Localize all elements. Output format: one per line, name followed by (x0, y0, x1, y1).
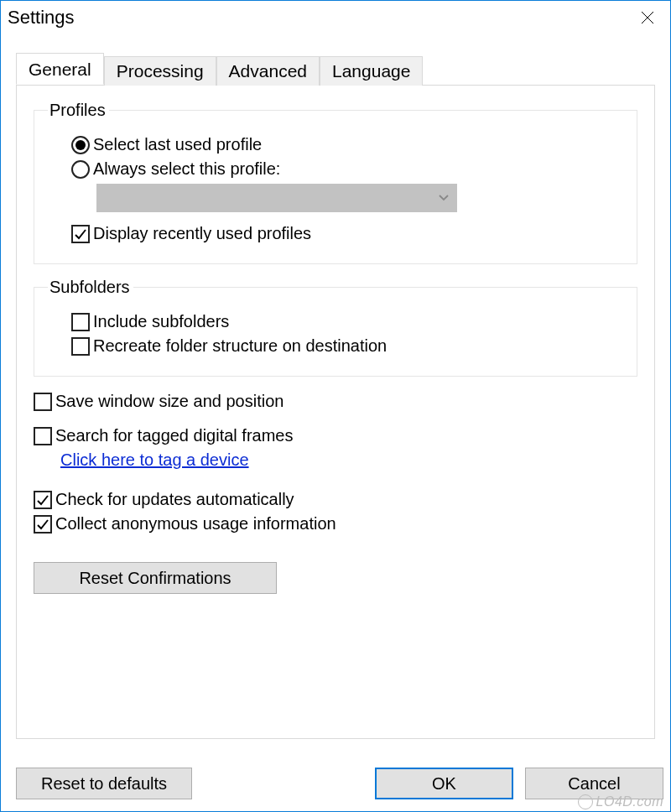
tab-advanced[interactable]: Advanced (216, 56, 320, 86)
dialog-body: General Processing Advanced Language Pro… (1, 34, 670, 739)
check-include-subfolders-label: Include subfolders (93, 312, 229, 331)
check-updates[interactable] (34, 491, 52, 509)
check-include-subfolders[interactable] (71, 313, 90, 331)
check-search-frames[interactable] (34, 427, 52, 445)
check-save-window-label: Save window size and position (55, 392, 283, 411)
close-button[interactable] (625, 1, 670, 34)
check-save-window[interactable] (34, 393, 52, 411)
profile-combo[interactable] (96, 184, 457, 212)
row-search-frames: Search for tagged digital frames (34, 426, 637, 445)
row-radio-always: Always select this profile: (48, 159, 623, 179)
check-recreate-structure[interactable] (71, 337, 90, 356)
cancel-button[interactable]: Cancel (525, 768, 663, 799)
radio-select-last-label: Select last used profile (93, 135, 262, 154)
row-tag-link: Click here to tag a device (34, 450, 637, 470)
tab-processing[interactable]: Processing (104, 56, 216, 86)
dialog-footer: Reset to defaults OK Cancel (1, 756, 670, 811)
row-display-recent: Display recently used profiles (48, 224, 623, 243)
check-display-recent-label: Display recently used profiles (93, 224, 311, 243)
row-recreate-structure: Recreate folder structure on destination (48, 336, 623, 356)
link-tag-device[interactable]: Click here to tag a device (60, 450, 249, 470)
close-icon (641, 11, 654, 24)
profiles-legend: Profiles (48, 101, 109, 120)
row-include-subfolders: Include subfolders (48, 312, 623, 331)
titlebar: Settings (1, 1, 670, 34)
tab-language[interactable]: Language (320, 56, 423, 86)
row-save-window: Save window size and position (34, 392, 637, 411)
tab-strip: General Processing Advanced Language (16, 51, 655, 85)
row-check-updates: Check for updates automatically (34, 490, 637, 509)
radio-select-always-label: Always select this profile: (93, 159, 280, 179)
subfolders-legend: Subfolders (48, 278, 133, 297)
chevron-down-icon (439, 195, 449, 201)
radio-select-last[interactable] (71, 136, 90, 154)
check-collect-usage[interactable] (34, 515, 52, 534)
reset-confirmations-button[interactable]: Reset Confirmations (34, 562, 277, 594)
row-collect-usage: Collect anonymous usage information (34, 514, 637, 534)
check-display-recent[interactable] (71, 225, 90, 243)
settings-window: Settings General Processing Advanced Lan… (0, 0, 671, 812)
row-radio-last: Select last used profile (48, 135, 623, 154)
check-updates-label: Check for updates automatically (55, 490, 294, 509)
row-profile-combo (48, 184, 623, 212)
tab-pane-general: Profiles Select last used profile Always… (16, 85, 655, 739)
tab-general[interactable]: General (16, 53, 104, 85)
subfolders-group: Subfolders Include subfolders Recreate f… (34, 278, 637, 377)
check-collect-usage-label: Collect anonymous usage information (55, 514, 336, 534)
window-title: Settings (8, 7, 75, 29)
check-recreate-structure-label: Recreate folder structure on destination (93, 336, 387, 356)
reset-defaults-button[interactable]: Reset to defaults (16, 768, 192, 799)
radio-select-always[interactable] (71, 160, 90, 179)
profiles-group: Profiles Select last used profile Always… (34, 101, 637, 264)
check-search-frames-label: Search for tagged digital frames (55, 426, 294, 445)
ok-button[interactable]: OK (375, 768, 513, 799)
